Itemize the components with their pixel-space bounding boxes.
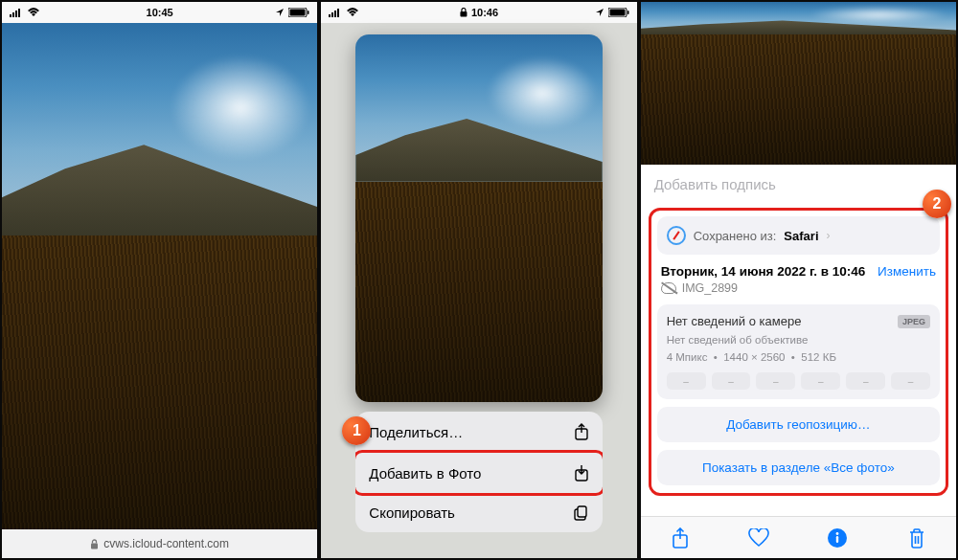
menu-label: Скопировать (369, 504, 455, 521)
caption-field[interactable]: Добавить подпись (641, 165, 956, 204)
show-in-all-photos-button[interactable]: Показать в разделе «Все фото» (657, 450, 940, 485)
copy-icon (574, 505, 589, 521)
lock-icon (460, 8, 468, 17)
location-icon (595, 8, 604, 17)
svg-rect-0 (10, 14, 11, 17)
info-button[interactable] (825, 526, 850, 550)
svg-rect-11 (337, 9, 339, 17)
svg-rect-22 (836, 536, 838, 543)
favorite-button[interactable] (746, 526, 771, 550)
url-bar[interactable]: cvws.icloud-content.com (2, 529, 317, 558)
image-specs: 4 Мпикс • 1440 × 2560 • 512 КБ (667, 351, 930, 363)
menu-label: Поделиться… (369, 424, 463, 440)
phone-photos-info: Добавить подпись 2 Сохранено из: Safari … (641, 2, 956, 558)
phone-context-menu: 10:46 Поделиться… Добавить в Фото (321, 2, 636, 558)
share-icon (574, 423, 589, 440)
wifi-icon (27, 8, 40, 17)
format-tag: JPEG (898, 315, 930, 328)
wifi-icon (346, 8, 359, 17)
svg-rect-1 (12, 12, 14, 17)
svg-rect-15 (627, 11, 629, 14)
location-icon (275, 8, 285, 17)
edit-date-button[interactable]: Изменить (878, 264, 936, 279)
signal-icon (10, 8, 23, 17)
menu-label: Добавить в Фото (369, 465, 481, 482)
save-image-icon (574, 464, 589, 482)
chevron-right-icon: › (827, 229, 831, 242)
photo-filename: IMG_2899 (682, 281, 738, 295)
svg-rect-5 (290, 10, 306, 16)
svg-rect-3 (18, 9, 20, 17)
menu-copy[interactable]: Скопировать (355, 493, 602, 532)
no-camera-label: Нет сведений о камере (667, 314, 802, 328)
svg-point-21 (836, 532, 839, 535)
saved-from-app: Safari (784, 229, 818, 243)
image-preview[interactable] (355, 34, 602, 402)
svg-rect-9 (331, 12, 333, 17)
url-text: cvws.icloud-content.com (103, 537, 229, 550)
info-panel: 2 Сохранено из: Safari › Вторник, 14 июн… (649, 208, 948, 496)
battery-icon (288, 8, 309, 17)
svg-rect-7 (91, 543, 98, 549)
svg-rect-12 (460, 11, 467, 17)
battery-icon (608, 8, 629, 17)
svg-rect-14 (609, 10, 625, 16)
status-bar: 10:45 (2, 2, 317, 23)
share-button[interactable] (668, 526, 693, 550)
status-bar: 10:46 (321, 2, 636, 23)
callout-badge-2: 2 (923, 190, 951, 218)
delete-button[interactable] (904, 526, 929, 550)
status-time: 10:45 (147, 7, 173, 18)
no-lens-label: Нет сведений об объективе (667, 334, 930, 346)
svg-rect-10 (334, 11, 336, 17)
exif-grid: –––––– (667, 372, 930, 390)
saved-from-row[interactable]: Сохранено из: Safari › (657, 216, 940, 255)
bottom-toolbar (641, 516, 956, 558)
context-menu: Поделиться… Добавить в Фото Скопировать (355, 412, 602, 532)
svg-rect-18 (578, 506, 586, 517)
metadata: Вторник, 14 июня 2022 г. в 10:46 Изменит… (657, 262, 940, 297)
status-time: 10:46 (471, 7, 498, 18)
lock-icon (90, 539, 99, 549)
saved-from-label: Сохранено из: (694, 229, 777, 243)
add-geolocation-button[interactable]: Добавить геопозицию… (657, 407, 940, 442)
cloud-off-icon (661, 282, 676, 294)
svg-rect-8 (329, 14, 331, 17)
svg-rect-6 (308, 11, 309, 14)
image-viewer[interactable] (2, 23, 317, 529)
svg-rect-2 (15, 11, 17, 17)
image-thumbnail[interactable] (641, 2, 956, 165)
signal-icon (329, 8, 342, 17)
phone-safari-fullscreen: 10:45 cvws.icloud-content.com (2, 2, 317, 558)
menu-share[interactable]: Поделиться… (355, 412, 602, 453)
photo-date: Вторник, 14 июня 2022 г. в 10:46 (661, 264, 866, 279)
camera-info: Нет сведений о камере JPEG Нет сведений … (657, 304, 940, 399)
menu-add-to-photos[interactable]: Добавить в Фото (355, 450, 602, 496)
safari-icon (667, 226, 686, 245)
